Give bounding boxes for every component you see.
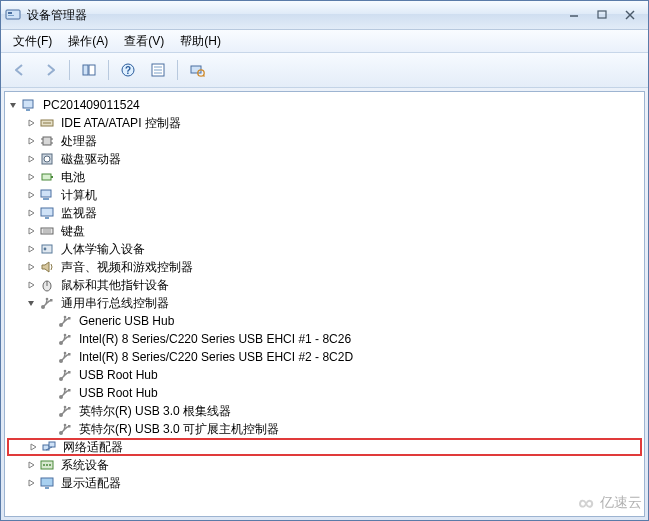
svg-line-77 [66,390,69,392]
tree-node-label: Intel(R) 8 Series/C220 Series USB EHCI #… [77,332,353,346]
usb-icon [57,367,73,383]
svg-rect-38 [42,245,52,253]
svg-point-94 [43,464,45,466]
expand-icon[interactable] [25,261,37,273]
svg-point-80 [64,406,67,409]
svg-point-86 [64,424,67,427]
tree-node[interactable]: PC201409011524 [7,96,642,114]
toolbar-separator [69,60,70,80]
expand-icon[interactable] [25,207,37,219]
back-button[interactable] [7,57,33,83]
battery-icon [39,169,55,185]
svg-point-95 [46,464,48,466]
svg-rect-0 [6,10,20,19]
tree-node-label: 英特尔(R) USB 3.0 可扩展主机控制器 [77,421,281,438]
window-controls [560,5,644,25]
tree-node[interactable]: 键盘 [7,222,642,240]
expand-icon[interactable] [25,135,37,147]
expand-icon[interactable] [25,171,37,183]
expand-icon[interactable] [25,153,37,165]
forward-button[interactable] [37,57,63,83]
svg-rect-1 [8,12,12,14]
properties-button[interactable] [145,57,171,83]
tree-node-label: 英特尔(R) USB 3.0 根集线器 [77,403,233,420]
tree-node-label: 人体学输入设备 [59,241,147,258]
svg-line-47 [48,300,51,302]
tree-node[interactable]: Intel(R) 8 Series/C220 Series USB EHCI #… [7,330,642,348]
usb-icon [57,385,73,401]
tree-node[interactable]: 系统设备 [7,456,642,474]
tree-node-label: 鼠标和其他指针设备 [59,277,171,294]
tree-node[interactable]: 磁盘驱动器 [7,150,642,168]
tree-node[interactable]: 显示适配器 [7,474,642,492]
svg-point-28 [44,156,50,162]
collapse-icon[interactable] [7,99,19,111]
svg-point-74 [64,388,67,391]
show-hide-tree-button[interactable] [76,57,102,83]
tree-node[interactable]: USB Root Hub [7,366,642,384]
expander-spacer [43,369,55,381]
close-button[interactable] [616,5,644,25]
expand-icon[interactable] [25,189,37,201]
computer-icon [21,97,37,113]
svg-line-83 [66,408,69,410]
minimize-button[interactable] [560,5,588,25]
usb-icon [57,349,73,365]
tree-node-label: Intel(R) 8 Series/C220 Series USB EHCI #… [77,350,355,364]
tree-node[interactable]: 人体学输入设备 [7,240,642,258]
tree-node[interactable]: 计算机 [7,186,642,204]
maximize-button[interactable] [588,5,616,25]
tree-node-label: 键盘 [59,223,87,240]
expander-spacer [43,315,55,327]
help-button[interactable]: ? [115,57,141,83]
titlebar: 设备管理器 [1,1,648,30]
tree-node-label: Generic USB Hub [77,314,176,328]
expander-spacer [43,405,55,417]
expand-icon[interactable] [25,243,37,255]
tree-node[interactable]: 鼠标和其他指针设备 [7,276,642,294]
svg-rect-4 [598,11,606,18]
expand-icon[interactable] [25,117,37,129]
tree-node[interactable]: Intel(R) 8 Series/C220 Series USB EHCI #… [7,348,642,366]
svg-rect-19 [26,109,30,111]
tree-node[interactable]: 电池 [7,168,642,186]
svg-text:?: ? [125,65,131,76]
expander-spacer [43,333,55,345]
usb-icon [57,313,73,329]
usb-icon [57,331,73,347]
monitor-icon [39,205,55,221]
device-tree[interactable]: PC201409011524IDE ATA/ATAPI 控制器处理器磁盘驱动器电… [5,92,644,496]
collapse-icon[interactable] [25,297,37,309]
tree-node[interactable]: 声音、视频和游戏控制器 [7,258,642,276]
tree-node[interactable]: 英特尔(R) USB 3.0 可扩展主机控制器 [7,420,642,438]
tree-node-label: 通用串行总线控制器 [59,295,171,312]
tree-node[interactable]: 英特尔(R) USB 3.0 根集线器 [7,402,642,420]
tree-node[interactable]: 网络适配器 [7,438,642,456]
tree-node[interactable]: 监视器 [7,204,642,222]
menu-file[interactable]: 文件(F) [5,31,60,52]
expand-icon[interactable] [27,441,39,453]
mouse-icon [39,277,55,293]
tree-node-label: 计算机 [59,187,99,204]
svg-point-96 [49,464,51,466]
menu-help[interactable]: 帮助(H) [172,31,229,52]
expand-icon[interactable] [25,225,37,237]
tree-node[interactable]: 通用串行总线控制器 [7,294,642,312]
system-icon [39,457,55,473]
tree-node[interactable]: IDE ATA/ATAPI 控制器 [7,114,642,132]
tree-node[interactable]: 处理器 [7,132,642,150]
scan-hardware-button[interactable] [184,57,210,83]
svg-rect-98 [45,487,49,489]
tree-node[interactable]: Generic USB Hub [7,312,642,330]
tree-node[interactable]: USB Root Hub [7,384,642,402]
svg-rect-32 [43,198,49,200]
menu-view[interactable]: 查看(V) [116,31,172,52]
expand-icon[interactable] [25,477,37,489]
menu-action[interactable]: 操作(A) [60,31,116,52]
svg-point-39 [44,248,47,251]
client-area: PC201409011524IDE ATA/ATAPI 控制器处理器磁盘驱动器电… [4,91,645,517]
svg-rect-7 [83,65,88,75]
expand-icon[interactable] [25,459,37,471]
svg-rect-2 [8,15,14,16]
expand-icon[interactable] [25,279,37,291]
